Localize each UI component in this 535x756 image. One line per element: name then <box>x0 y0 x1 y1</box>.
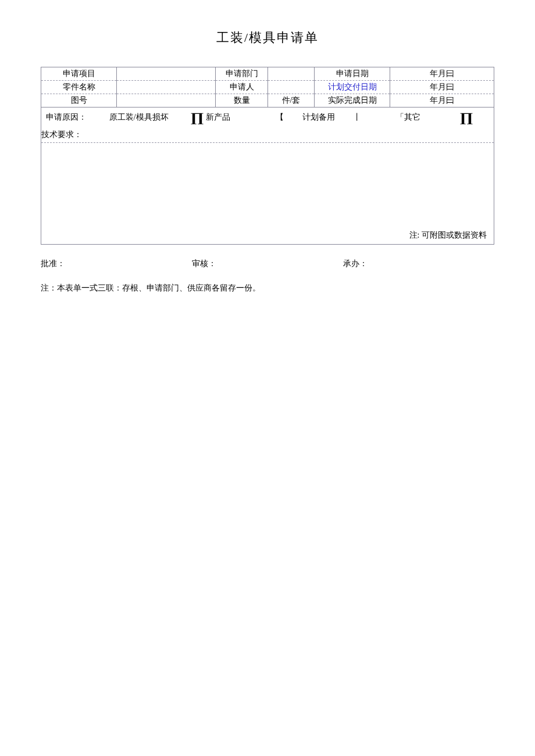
reason-opt1[interactable]: 原工装/模具损坏 <box>87 112 191 123</box>
reason-opt4[interactable]: 其它 <box>404 112 460 123</box>
qty-value[interactable]: 件/套 <box>268 94 315 108</box>
reason-opt3[interactable]: 计划备用 <box>284 112 354 123</box>
checkbox-icon[interactable]: ∏ <box>191 111 205 124</box>
dept-label: 申请部门 <box>216 67 268 81</box>
part-value[interactable] <box>117 81 216 94</box>
approve-label[interactable]: 批准： <box>41 259 192 269</box>
applicant-value[interactable] <box>268 81 315 94</box>
review-label[interactable]: 审核： <box>192 259 343 269</box>
dept-value[interactable] <box>268 67 315 81</box>
date-value[interactable]: 年月曰 <box>390 67 494 81</box>
plan-date-value[interactable]: 年月曰 <box>390 81 494 94</box>
tech-note: 注: 可附图或数据资料 <box>409 230 487 241</box>
reason-label: 申请原因： <box>46 112 87 123</box>
signature-row: 批准： 审核： 承办： <box>41 259 494 269</box>
reason-table: 申请原因： 原工装/模具损坏 ∏ 新产品 【 计划备用 丨 「 其它 ∏ 技术要… <box>41 108 494 245</box>
tech-label: 技术要求： <box>41 127 494 140</box>
date-label: 申请日期 <box>315 67 390 81</box>
plan-date-label: 计划交付日期 <box>315 81 390 94</box>
bracket-icon: 丨 <box>353 112 361 123</box>
tech-content-area[interactable]: 注: 可附图或数据资料 <box>41 142 494 244</box>
footnote: 注：本表单一式三联：存根、申请部门、供应商各留存一份。 <box>41 283 494 293</box>
header-table: 申请项目 申请部门 申请日期 年月曰 零件名称 申请人 计划交付日期 年月曰 图… <box>41 67 494 108</box>
applicant-label: 申请人 <box>216 81 268 94</box>
form-container: 申请项目 申请部门 申请日期 年月曰 零件名称 申请人 计划交付日期 年月曰 图… <box>41 67 494 245</box>
drawing-label: 图号 <box>41 94 117 108</box>
checkbox-icon[interactable]: ∏ <box>459 111 473 124</box>
project-label: 申请项目 <box>41 67 117 81</box>
drawing-value[interactable] <box>117 94 216 108</box>
handle-label[interactable]: 承办： <box>343 259 494 269</box>
actual-date-label: 实际完成日期 <box>315 94 390 108</box>
bracket-icon: 【 <box>276 112 284 123</box>
form-title: 工装/模具申请单 <box>41 29 494 46</box>
bracket-icon: 「 <box>396 112 404 123</box>
qty-label: 数量 <box>216 94 268 108</box>
reason-opt2[interactable]: 新产品 <box>204 112 276 123</box>
part-label: 零件名称 <box>41 81 117 94</box>
actual-date-value[interactable]: 年月曰 <box>390 94 494 108</box>
project-value[interactable] <box>117 67 216 81</box>
